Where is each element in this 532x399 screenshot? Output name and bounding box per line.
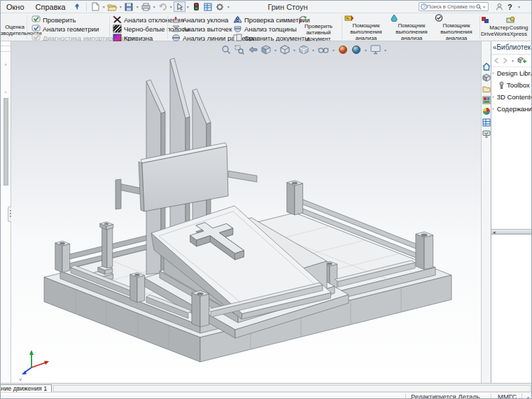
help-button[interactable]: ? <box>507 3 512 11</box>
panel-scrollbar-thumb[interactable] <box>4 98 8 186</box>
tree-item-design-library[interactable]: › Design Library <box>491 67 532 79</box>
motion-study-bar: Исследование движения 1 <box>1 383 532 392</box>
memorial-plaque[interactable] <box>115 143 257 211</box>
dropdown-caret[interactable]: ▾ <box>187 4 189 9</box>
dropdown-caret[interactable]: ▾ <box>170 4 172 9</box>
back-icon[interactable] <box>493 57 500 64</box>
help-circle-icon: ? <box>421 4 427 10</box>
dropdown-caret[interactable]: ▾ <box>512 58 514 63</box>
thickness-analysis-button[interactable]: Анализ толщины <box>233 24 297 33</box>
help-caret[interactable]: ▾ <box>518 4 520 9</box>
tree-item-3d-contentcentral[interactable]: › 3D ContentCentral <box>491 91 532 103</box>
dropdown-caret[interactable]: ▾ <box>153 4 155 9</box>
new-document-icon[interactable] <box>90 1 102 12</box>
search-icon <box>476 4 482 10</box>
dfmxpress-icon <box>435 14 478 22</box>
feature-manager-collapsed-strip[interactable]: › ^ <box>1 41 11 383</box>
appearances-tab-icon[interactable] <box>482 107 491 115</box>
monument-3d-model[interactable] <box>11 41 481 383</box>
file-properties-icon[interactable] <box>202 1 214 12</box>
document-title: Грин Стоун <box>239 3 337 11</box>
search-placeholder: Поиск в Справке по SOLIDWORKS <box>427 4 476 10</box>
print-icon[interactable] <box>140 1 152 12</box>
edit-mode-status: Редактируется Деталь <box>411 393 480 399</box>
pin-icon[interactable] <box>71 1 83 12</box>
expander-icon[interactable]: › <box>492 94 494 100</box>
deviation-x-icon <box>113 15 122 24</box>
task-pane: «Библиотека проектирования ▾ › Design Li… <box>491 41 532 383</box>
verify-button[interactable]: Проверить <box>31 15 76 24</box>
open-icon[interactable] <box>106 1 118 12</box>
motionmanager-collapse-chevron[interactable]: ˅ <box>19 377 22 382</box>
select-cursor-icon[interactable] <box>174 1 186 12</box>
motion-study-tab[interactable]: Исследование движения 1 <box>1 384 52 392</box>
status-bar: Редактируется Деталь ММГС ▾ <box>1 392 532 399</box>
file-explorer-tab-icon[interactable] <box>482 85 491 93</box>
check-bubble-icon <box>31 15 41 24</box>
costing-icon <box>506 16 531 24</box>
task-pane-tabstrip <box>481 41 491 383</box>
unit-system-caret[interactable]: ▾ <box>527 395 529 399</box>
forward-icon[interactable] <box>502 57 508 64</box>
help-search-box[interactable]: ? Поиск в Справке по SOLIDWORKS ▾ <box>419 2 489 11</box>
toolbar-separator <box>86 2 87 11</box>
costing-button[interactable]: Costing <box>506 16 531 31</box>
scroll-up-arrow[interactable]: ^ <box>1 90 10 95</box>
toolbox-bolt-icon <box>498 81 505 89</box>
tree-item-solidworks-content[interactable]: › Содержание SOLIDWORKS <box>491 103 532 115</box>
unit-system[interactable]: ММГС <box>498 393 517 399</box>
search-options-caret[interactable]: ▾ <box>483 4 485 9</box>
tree-item-toolbox[interactable]: Toolbox <box>491 79 532 91</box>
design-library-tab-icon[interactable] <box>482 74 491 82</box>
command-manager-ribbon: Оценка производительности Проверить Анал… <box>1 13 532 41</box>
add-to-library-icon[interactable] <box>517 57 526 64</box>
geometry-analysis-button[interactable]: Анализ геометрии <box>31 24 99 33</box>
forum-tab-icon[interactable] <box>482 130 491 138</box>
draft-analysis-button[interactable]: Анализ уклона <box>172 15 228 24</box>
task-pane-splitter[interactable]: ◂ <box>491 229 532 234</box>
undercut-analysis-icon <box>172 24 181 33</box>
expander-icon[interactable]: › <box>492 106 494 112</box>
dropdown-caret[interactable]: ▾ <box>136 4 139 9</box>
reference-triad <box>18 344 53 382</box>
dropdown-caret[interactable]: ▾ <box>103 4 105 9</box>
custom-properties-tab-icon[interactable] <box>482 118 491 127</box>
thickness-analysis-icon <box>233 24 242 33</box>
save-icon[interactable] <box>123 1 135 12</box>
undercut-analysis-button[interactable]: Анализ выточек <box>172 24 232 33</box>
user-account-icon[interactable] <box>493 1 505 12</box>
graphics-viewport[interactable]: ▾ ▾ ▾ ▾ ▾ ▾ <box>11 41 481 383</box>
view-palette-tab-icon[interactable] <box>482 96 491 104</box>
floxpress-icon <box>390 14 433 22</box>
menu-window[interactable]: Окно <box>1 3 30 11</box>
task-pane-toolbar: ▾ <box>491 55 532 67</box>
rebuild-icon[interactable] <box>190 1 202 12</box>
svg-text:?: ? <box>423 4 426 9</box>
task-pane-header[interactable]: «Библиотека проектирования <box>491 41 532 55</box>
motion-bar-track <box>53 385 531 392</box>
menu-help[interactable]: Справка <box>30 3 71 11</box>
title-bar: Окно Справка ▾ ▾ ▾ ▾ ▾ ▾ ▾ <box>1 1 532 13</box>
expand-panel-arrow[interactable]: › <box>1 62 10 68</box>
dropdown-caret[interactable]: ▾ <box>120 4 122 9</box>
geometry-check-icon <box>31 24 41 33</box>
simulationxpress-icon <box>344 14 388 22</box>
dropdown-caret[interactable]: ▾ <box>227 4 230 9</box>
home-tab-icon[interactable] <box>482 62 491 71</box>
expander-icon[interactable]: › <box>492 70 494 76</box>
check-active-document-icon <box>298 14 340 22</box>
draft-analysis-icon <box>172 15 181 24</box>
zebra-stripes-icon <box>113 24 122 33</box>
symmetry-check-icon <box>233 15 242 24</box>
solidworks-window: Окно Справка ▾ ▾ ▾ ▾ ▾ ▾ ▾ <box>0 0 532 399</box>
undo-icon[interactable] <box>157 1 169 12</box>
options-gear-icon[interactable] <box>214 1 226 12</box>
